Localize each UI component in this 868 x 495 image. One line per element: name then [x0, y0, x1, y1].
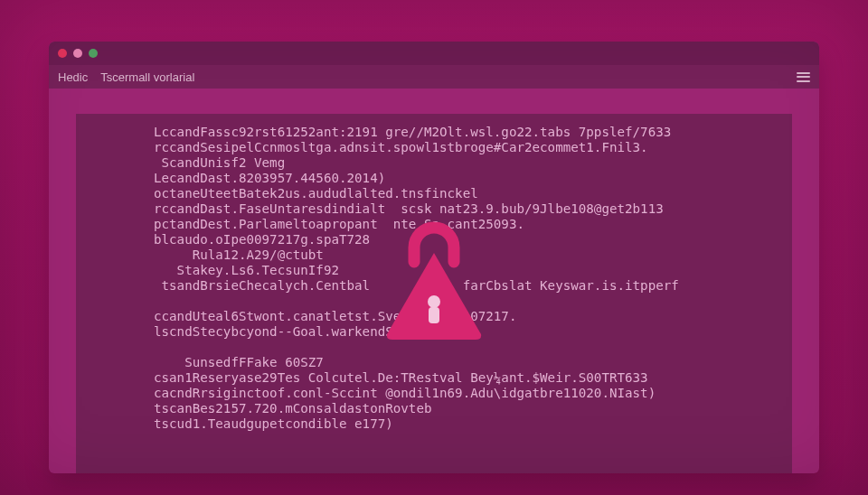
- hamburger-icon[interactable]: [797, 72, 810, 82]
- terminal-output: LccandFassc92rst61252ant:2191 gre//M2Olt…: [154, 125, 756, 432]
- close-icon[interactable]: [58, 49, 67, 58]
- window-titlebar: [49, 42, 819, 65]
- menu-item-0[interactable]: Hedic: [58, 70, 88, 84]
- menu-item-1[interactable]: Tscermall vorlarial: [100, 70, 194, 84]
- menu-bar: Hedic Tscermall vorlarial: [49, 65, 819, 89]
- app-window: Hedic Tscermall vorlarial LccandFassc92r…: [49, 42, 819, 473]
- minimize-icon[interactable]: [73, 49, 82, 58]
- maximize-icon[interactable]: [89, 49, 98, 58]
- terminal-panel: LccandFassc92rst61252ant:2191 gre//M2Olt…: [76, 114, 792, 473]
